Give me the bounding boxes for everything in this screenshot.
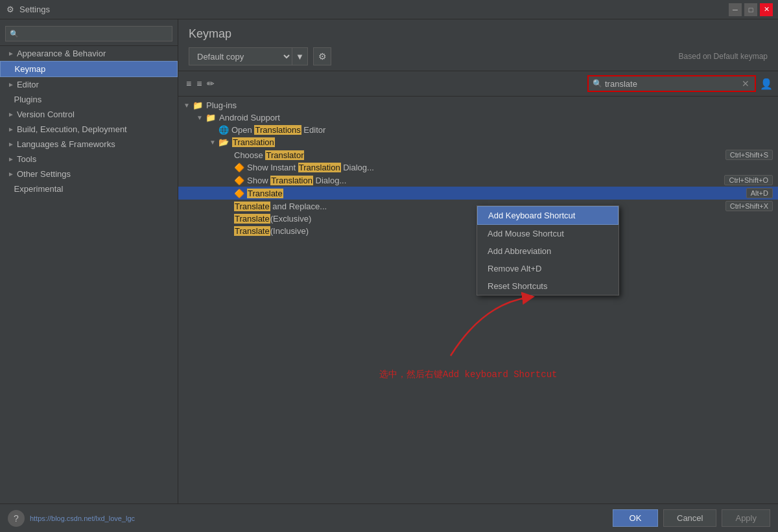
highlight-translation-folder: Translation bbox=[232, 137, 275, 147]
main-container: 🔍 ► Appearance & Behavior Keymap ► Edito… bbox=[0, 19, 778, 503]
sidebar-item-languages[interactable]: ► Languages & Frameworks bbox=[0, 137, 178, 152]
minimize-button[interactable]: ─ bbox=[729, 3, 742, 16]
search-clear-button[interactable]: ✕ bbox=[740, 78, 751, 89]
footer-url: https://blog.csdn.net/lxd_love_lgc bbox=[30, 515, 135, 522]
context-menu-item-reset-shortcuts[interactable]: Reset Shortcuts bbox=[477, 277, 619, 295]
sidebar-label-plugins: Plugins bbox=[14, 95, 42, 104]
sidebar-label-build: Build, Execution, Deployment bbox=[17, 124, 127, 134]
search-translate-box[interactable]: 🔍 ✕ bbox=[587, 75, 756, 92]
tree-row-translation-folder[interactable]: ▼ 📂 Translation bbox=[178, 136, 778, 148]
sidebar-item-editor[interactable]: ► Editor bbox=[0, 77, 178, 92]
sidebar-item-plugins[interactable]: Plugins bbox=[0, 92, 178, 107]
sidebar-label-editor: Editor bbox=[17, 80, 39, 89]
based-on-label: Based on Default keymap bbox=[679, 52, 768, 61]
tree-row-android-support[interactable]: ▼ 📁 Android Support bbox=[178, 111, 778, 124]
highlight-translate-exclusive: Translate bbox=[234, 214, 270, 224]
context-menu-item-add-abbreviation[interactable]: Add Abbreviation bbox=[477, 242, 619, 260]
sidebar-item-build[interactable]: ► Build, Execution, Deployment bbox=[0, 122, 178, 137]
highlight-translator: Translator bbox=[265, 150, 304, 160]
apply-button[interactable]: Apply bbox=[722, 509, 770, 527]
sidebar-item-other-settings[interactable]: ► Other Settings bbox=[0, 167, 178, 181]
add-mouse-label: Add Mouse Shortcut bbox=[488, 229, 564, 238]
reset-shortcuts-label: Reset Shortcuts bbox=[488, 281, 548, 291]
android-support-label: Android Support bbox=[219, 113, 280, 122]
sidebar-arrow-vc: ► bbox=[8, 111, 14, 118]
tree-row-show-instant[interactable]: ► 🔶 Show Instant Translation Dialog... bbox=[178, 161, 778, 174]
sidebar-arrow-appearance: ► bbox=[8, 50, 14, 57]
context-menu-item-add-keyboard[interactable]: Add Keyboard Shortcut bbox=[477, 206, 619, 225]
sidebar-item-version-control[interactable]: ► Version Control bbox=[0, 107, 178, 122]
search-translate-input[interactable] bbox=[605, 79, 740, 89]
plugins-label: Plug-ins bbox=[206, 100, 237, 110]
keymap-dropdown-button[interactable]: ▼ bbox=[292, 47, 308, 65]
keymap-select-wrap: Default copy ▼ bbox=[189, 47, 308, 65]
highlight-translate-inclusive: Translate bbox=[234, 226, 270, 236]
sidebar-arrow-other: ► bbox=[8, 170, 14, 178]
collapse-all-button[interactable]: ≡ bbox=[194, 77, 204, 90]
sidebar-label-tools: Tools bbox=[17, 154, 36, 164]
open-translations-label: Open Translations Editor bbox=[231, 125, 325, 135]
tree-row-show-translation[interactable]: ► 🔶 Show Translation Dialog... Ctrl+Shif… bbox=[178, 174, 778, 187]
sidebar: 🔍 ► Appearance & Behavior Keymap ► Edito… bbox=[0, 19, 178, 503]
highlight-instant-translation: Translation bbox=[298, 163, 341, 172]
ok-button[interactable]: OK bbox=[613, 509, 658, 527]
choose-translator-shortcut: Ctrl+Shift+S bbox=[725, 150, 773, 160]
title-bar: ⚙ Settings ─ □ ✕ bbox=[0, 0, 778, 19]
sidebar-item-tools[interactable]: ► Tools bbox=[0, 152, 178, 167]
show-translation-label: Show Translation Dialog... bbox=[247, 176, 346, 185]
sidebar-label-vc: Version Control bbox=[17, 110, 75, 119]
context-menu-item-remove-alt-d[interactable]: Remove Alt+D bbox=[477, 260, 619, 277]
show-translation-shortcut: Ctrl+Shift+O bbox=[724, 175, 773, 185]
content-area: Keymap Default copy ▼ ⚙ Based on Default… bbox=[178, 19, 778, 503]
highlight-translate: Translate bbox=[247, 189, 283, 198]
plugins-folder-icon: 📁 bbox=[193, 100, 203, 110]
window-controls: ─ □ ✕ bbox=[729, 3, 773, 16]
sidebar-label-lang: Languages & Frameworks bbox=[17, 139, 115, 149]
sidebar-label-appearance: Appearance & Behavior bbox=[17, 49, 106, 58]
tree-toolbar: ≡ ≡ ✏ 🔍 ✕ 👤 bbox=[178, 71, 778, 97]
translation-folder-arrow: ▼ bbox=[209, 139, 217, 146]
sidebar-item-appearance[interactable]: ► Appearance & Behavior bbox=[0, 46, 178, 61]
translate-replace-shortcut: Ctrl+Shift+X bbox=[725, 201, 773, 211]
sidebar-item-experimental[interactable]: Experimental bbox=[0, 181, 178, 196]
tree-row-translate[interactable]: ► 🔶 Translate Alt+D bbox=[178, 187, 778, 200]
tree-row-choose-translator[interactable]: ► Choose Translator Ctrl+Shift+S bbox=[178, 148, 778, 161]
sidebar-arrow-lang: ► bbox=[8, 141, 14, 148]
android-arrow-icon: ▼ bbox=[196, 114, 204, 121]
tree-row-open-translations[interactable]: ► 🌐 Open Translations Editor bbox=[178, 124, 778, 136]
plugins-arrow-icon: ▼ bbox=[183, 102, 191, 109]
cancel-button[interactable]: Cancel bbox=[663, 509, 716, 527]
highlight-translate-replace: Translate bbox=[234, 202, 270, 211]
context-menu-item-add-mouse[interactable]: Add Mouse Shortcut bbox=[477, 225, 619, 242]
highlight-translations: Translations bbox=[254, 125, 301, 135]
context-menu: Add Keyboard Shortcut Add Mouse Shortcut… bbox=[477, 205, 619, 295]
android-folder-icon: 📁 bbox=[206, 113, 216, 122]
annotation-text: 选中，然后右键Add keyboard Shortcut bbox=[379, 330, 557, 380]
help-button[interactable]: ? bbox=[8, 510, 25, 527]
show-instant-label: Show Instant Translation Dialog... bbox=[247, 163, 374, 172]
footer: ? https://blog.csdn.net/lxd_love_lgc OK … bbox=[0, 503, 778, 532]
maximize-button[interactable]: □ bbox=[744, 3, 757, 16]
keymap-gear-button[interactable]: ⚙ bbox=[313, 47, 331, 65]
tree-row-plugins[interactable]: ▼ 📁 Plug-ins bbox=[178, 99, 778, 111]
sidebar-search-input[interactable] bbox=[21, 29, 168, 38]
person-button[interactable]: 👤 bbox=[760, 78, 773, 90]
sidebar-arrow-editor: ► bbox=[8, 81, 14, 88]
choose-translator-label: Choose Translator bbox=[234, 150, 304, 160]
expand-all-button[interactable]: ≡ bbox=[183, 77, 194, 90]
translate-icon: 🔶 bbox=[234, 189, 244, 198]
page-title: Keymap bbox=[189, 27, 768, 41]
translate-inclusive-label: Translate(Inclusive) bbox=[234, 226, 309, 236]
keymap-select[interactable]: Default copy bbox=[189, 47, 292, 65]
translate-exclusive-label: Translate(Exclusive) bbox=[234, 214, 311, 224]
sidebar-label-exp: Experimental bbox=[14, 184, 64, 194]
close-button[interactable]: ✕ bbox=[760, 3, 773, 16]
sidebar-arrow-tools: ► bbox=[8, 156, 14, 163]
edit-button[interactable]: ✏ bbox=[204, 77, 217, 90]
window-title: Settings bbox=[19, 5, 729, 14]
sidebar-item-keymap[interactable]: Keymap bbox=[0, 61, 178, 77]
translation-folder-label: Translation bbox=[232, 137, 275, 147]
translate-shortcut: Alt+D bbox=[746, 188, 773, 198]
keymap-tree: ▼ 📁 Plug-ins ▼ 📁 Android Support ► 🌐 Ope… bbox=[178, 97, 778, 503]
sidebar-search-wrap[interactable]: 🔍 bbox=[5, 26, 172, 41]
